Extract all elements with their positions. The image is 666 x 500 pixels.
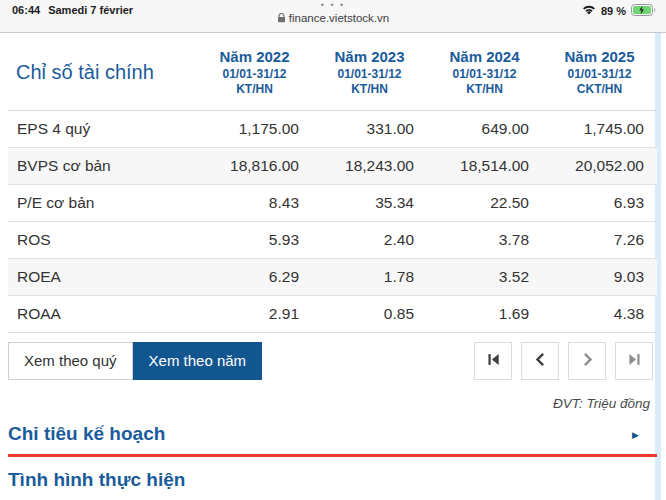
financial-indicators-table: Chỉ số tài chính Năm 2022 01/01-31/12 KT…	[8, 33, 657, 333]
cell-value: 18,816.00	[197, 147, 312, 184]
table-row: ROEA 6.29 1.78 3.52 9.03	[8, 258, 657, 295]
cell-value: 9.03	[542, 258, 657, 295]
table-row: ROAA 2.91 0.85 1.69 4.38	[8, 295, 657, 332]
table-row: EPS 4 quý 1,175.00 331.00 649.00 1,745.0…	[8, 110, 657, 147]
table-title: Chỉ số tài chính	[8, 33, 197, 110]
status-right-cluster: 89 %	[582, 4, 656, 18]
cell-value: 35.34	[312, 184, 427, 221]
section-divider	[8, 454, 657, 457]
table-header-row: Chỉ số tài chính Năm 2022 01/01-31/12 KT…	[8, 33, 657, 110]
cell-value: 0.85	[312, 295, 427, 332]
row-label: BVPS cơ bản	[8, 147, 197, 184]
battery-charging-icon	[631, 4, 656, 18]
cell-value: 7.26	[542, 221, 657, 258]
cell-value: 3.78	[427, 221, 542, 258]
cell-value: 1,175.00	[197, 110, 312, 147]
section-title: Tình hình thực hiện	[8, 469, 657, 500]
row-label: ROEA	[8, 258, 197, 295]
address-bar[interactable]: finance.vietstock.vn	[0, 12, 666, 25]
row-label: EPS 4 quý	[8, 110, 197, 147]
table-row: BVPS cơ bản 18,816.00 18,243.00 18,514.0…	[8, 147, 657, 184]
cell-value: 18,243.00	[312, 147, 427, 184]
column-header-2025: Năm 2025 01/01-31/12 CKT/HN	[542, 33, 657, 110]
column-header-2023: Năm 2023 01/01-31/12 KT/HN	[312, 33, 427, 110]
first-page-button[interactable]	[474, 342, 512, 380]
financial-indicators-panel: Chỉ số tài chính Năm 2022 01/01-31/12 KT…	[8, 33, 657, 500]
view-by-quarter-button[interactable]: Xem theo quý	[8, 342, 133, 380]
last-page-button[interactable]	[615, 342, 653, 380]
chevron-right-icon: ▶	[632, 430, 639, 440]
cell-value: 22.50	[427, 184, 542, 221]
section-plan-targets[interactable]: Chỉ tiêu kế hoạch ▶	[8, 423, 657, 457]
pagination-controls	[474, 342, 653, 380]
cell-value: 18,514.00	[427, 147, 542, 184]
view-by-year-button[interactable]: Xem theo năm	[133, 342, 263, 380]
cell-value: 5.93	[197, 221, 312, 258]
first-page-icon	[486, 352, 501, 370]
last-page-icon	[627, 352, 642, 370]
section-implementation-status[interactable]: Tình hình thực hiện	[8, 469, 657, 500]
cell-value: 8.43	[197, 184, 312, 221]
table-row: ROS 5.93 2.40 3.78 7.26	[8, 221, 657, 258]
table-row: P/E cơ bản 8.43 35.34 22.50 6.93	[8, 184, 657, 221]
view-toggle-group: Xem theo quý Xem theo năm	[8, 342, 262, 380]
row-label: ROAA	[8, 295, 197, 332]
unit-note: ĐVT: Triệu đồng	[8, 380, 657, 411]
cell-value: 1.78	[312, 258, 427, 295]
next-page-button[interactable]	[568, 342, 606, 380]
battery-percent-label: 89 %	[601, 5, 626, 17]
safari-toolbar: 06:44Samedi 7 février • • • finance.viet…	[0, 0, 666, 33]
tab-overflow-dots-icon[interactable]: • • •	[0, 1, 666, 10]
wifi-icon	[582, 5, 596, 18]
cell-value: 20,052.00	[542, 147, 657, 184]
cell-value: 1,745.00	[542, 110, 657, 147]
column-header-2024: Năm 2024 01/01-31/12 KT/HN	[427, 33, 542, 110]
address-url: finance.vietstock.vn	[289, 12, 389, 24]
cell-value: 6.29	[197, 258, 312, 295]
row-label: ROS	[8, 221, 197, 258]
cell-value: 2.91	[197, 295, 312, 332]
cell-value: 3.52	[427, 258, 542, 295]
cell-value: 649.00	[427, 110, 542, 147]
column-header-2022: Năm 2022 01/01-31/12 KT/HN	[197, 33, 312, 110]
table-controls: Xem theo quý Xem theo năm	[8, 342, 657, 380]
row-label: P/E cơ bản	[8, 184, 197, 221]
cell-value: 4.38	[542, 295, 657, 332]
cell-value: 1.69	[427, 295, 542, 332]
next-page-icon	[580, 352, 595, 370]
previous-page-button[interactable]	[521, 342, 559, 380]
cell-value: 2.40	[312, 221, 427, 258]
section-title: Chỉ tiêu kế hoạch	[8, 423, 657, 454]
cell-value: 331.00	[312, 110, 427, 147]
cell-value: 6.93	[542, 184, 657, 221]
lock-icon	[277, 13, 286, 25]
previous-page-icon	[533, 352, 548, 370]
